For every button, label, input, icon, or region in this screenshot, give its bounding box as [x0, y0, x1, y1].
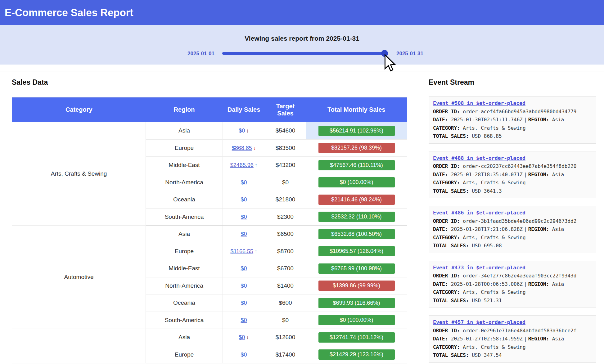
category-cell: Arts, Crafts & Sewing [12, 122, 146, 226]
total-sales-badge: $6532.68 (100.50%) [318, 229, 395, 239]
daily-sales-cell: $0 [223, 174, 265, 191]
daily-sales-link[interactable]: $0 [241, 196, 247, 203]
event-detail-line: ORDER ID: order-0e2961e71a6e484abfadf583… [433, 327, 592, 335]
daily-sales-cell: $868.85↓ [223, 139, 265, 157]
event-detail-line: TOTAL SALES: USD 868.85 [433, 132, 592, 141]
event-title-link[interactable]: Event #473 in $et-order-placed [433, 264, 592, 272]
target-sales-cell: $0 [265, 174, 306, 191]
target-sales-cell: $1400 [265, 277, 306, 294]
daily-sales-cell: $0 [223, 208, 265, 226]
region-cell: Europe [146, 243, 223, 260]
slider-min-label: 2025-01-01 [176, 51, 214, 57]
daily-sales-cell: $0 [223, 260, 265, 277]
total-monthly-sales-cell: $21429.29 (123.16%) [306, 346, 407, 363]
sales-data-heading: Sales Data [12, 78, 407, 87]
daily-sales-link[interactable]: $1166.55 [230, 248, 253, 254]
daily-sales-link[interactable]: $0 [241, 300, 247, 306]
region-cell: Asia [146, 122, 223, 140]
daily-sales-link[interactable]: $0 [241, 231, 247, 237]
target-sales-cell: $21800 [265, 191, 306, 209]
daily-sales-link[interactable]: $0 [241, 283, 247, 289]
event-detail-line: DATE: 2025-01-27T02:58:14.959Z|REGION: A… [433, 335, 592, 343]
trend-down-icon: ↓ [246, 335, 249, 340]
date-slider-panel: Viewing sales report from 2025-01-31 202… [0, 25, 604, 65]
daily-sales-link[interactable]: $2465.96 [230, 162, 254, 168]
event-detail-line: ORDER ID: order-acef4fa66bd945a3abdd9980… [433, 108, 592, 116]
event-detail-line: CATEGORY: Arts, Crafts & Sewing [433, 288, 592, 297]
total-monthly-sales-cell: $2532.32 (110.10%) [306, 208, 407, 226]
category-cell [12, 329, 146, 363]
table-header-row: Category Region Daily Sales Target Sales… [12, 97, 407, 122]
col-header-total-monthly-sales: Total Monthly Sales [306, 97, 407, 122]
target-sales-cell: $0 [265, 312, 306, 329]
daily-sales-link[interactable]: $0 [239, 334, 245, 340]
daily-sales-link[interactable]: $0 [241, 214, 247, 220]
daily-sales-cell: $2465.96↑ [223, 157, 265, 174]
date-slider-track[interactable] [222, 52, 388, 55]
region-cell: Asia [146, 226, 223, 243]
mouse-cursor [384, 54, 397, 74]
daily-sales-link[interactable]: $0 [241, 352, 247, 358]
event-title-link[interactable]: Event #457 in $et-order-placed [433, 318, 592, 327]
event-detail-line: CATEGORY: Arts, Crafts & Sewing [433, 234, 592, 242]
event-detail-line: CATEGORY: Arts, Crafts & Sewing [433, 343, 592, 352]
event-title-link[interactable]: Event #488 in $et-order-placed [433, 154, 592, 163]
total-monthly-sales-cell: $6765.99 (100.98%) [306, 260, 407, 277]
sales-table: Category Region Daily Sales Target Sales… [12, 97, 407, 363]
region-cell: South-America [146, 312, 223, 329]
event-title-link[interactable]: Event #486 in $et-order-placed [433, 209, 592, 217]
total-sales-badge: $699.93 (116.66%) [318, 298, 395, 308]
daily-sales-cell: $0 [223, 191, 265, 209]
event-stream-section: Event Stream Event #508 in $et-order-pla… [429, 78, 596, 363]
slider-title: Viewing sales report from 2025-01-31 [0, 25, 604, 42]
target-sales-cell: $2300 [265, 208, 306, 226]
event-card: Event #457 in $et-order-placedORDER ID: … [429, 315, 596, 363]
total-monthly-sales-cell: $21416.46 (98.24%) [306, 191, 407, 209]
event-detail-line: TOTAL SALES: USD 3641.3 [433, 187, 592, 195]
table-row: Arts, Crafts & SewingAsia$0↓$54600$56214… [12, 122, 407, 140]
total-sales-badge: $6765.99 (100.98%) [318, 263, 395, 274]
daily-sales-link[interactable]: $868.85 [232, 145, 252, 151]
region-cell: North-America [146, 277, 223, 294]
daily-sales-cell: $1166.55↑ [223, 243, 265, 260]
target-sales-cell: $12600 [265, 329, 306, 346]
daily-sales-cell: $0 [223, 226, 265, 243]
daily-sales-link[interactable]: $0 [241, 179, 247, 186]
target-sales-cell: $6500 [265, 226, 306, 243]
event-title-link[interactable]: Event #508 in $et-order-placed [433, 99, 592, 108]
region-cell: Oceania [146, 294, 223, 312]
total-sales-badge: $1399.86 (99.99%) [318, 281, 395, 291]
total-monthly-sales-cell: $0 (100.00%) [306, 174, 407, 191]
event-detail-line: TOTAL SALES: USD 695.08 [433, 242, 592, 250]
event-detail-line: DATE: 2025-01-28T18:35:40.071Z|REGION: A… [433, 171, 592, 179]
total-sales-badge: $0 (100.00%) [318, 315, 395, 325]
target-sales-cell: $54600 [265, 122, 306, 140]
daily-sales-cell: $0↓ [223, 329, 265, 346]
target-sales-cell: $600 [265, 294, 306, 312]
total-monthly-sales-cell: $47567.46 (110.11%) [306, 157, 407, 174]
target-sales-cell: $83500 [265, 139, 306, 157]
daily-sales-cell: $0 [223, 346, 265, 363]
category-cell: Automotive [12, 226, 146, 329]
event-detail-line: CATEGORY: Arts, Crafts & Sewing [433, 179, 592, 187]
total-monthly-sales-cell: $0 (100.00%) [306, 312, 407, 329]
event-detail-line: ORDER ID: order-cc20237cc62443ee87ab4e35… [433, 162, 592, 171]
trend-up-icon: ↑ [255, 162, 258, 168]
sales-data-section: Sales Data Category Region Daily Sales T… [12, 78, 407, 363]
total-monthly-sales-cell: $1399.86 (99.99%) [306, 277, 407, 294]
event-detail-line: CATEGORY: Arts, Crafts & Sewing [433, 124, 592, 133]
daily-sales-link[interactable]: $0 [239, 128, 245, 134]
event-card: Event #486 in $et-order-placedORDER ID: … [429, 206, 596, 253]
region-cell: South-America [146, 208, 223, 226]
daily-sales-cell: $0 [223, 312, 265, 329]
daily-sales-cell: $0 [223, 294, 265, 312]
daily-sales-link[interactable]: $0 [241, 317, 247, 323]
daily-sales-cell: $0 [223, 277, 265, 294]
event-list: Event #508 in $et-order-placedORDER ID: … [429, 96, 596, 363]
region-cell: Middle-East [146, 260, 223, 277]
region-cell: North-America [146, 174, 223, 191]
event-detail-line: DATE: 2025-01-30T02:51:11.746Z|REGION: A… [433, 116, 592, 124]
total-monthly-sales-cell: $12741.74 (101.12%) [306, 329, 407, 346]
event-detail-line: DATE: 2025-01-28T00:06:53.006Z|REGION: A… [433, 280, 592, 289]
daily-sales-link[interactable]: $0 [241, 265, 247, 272]
